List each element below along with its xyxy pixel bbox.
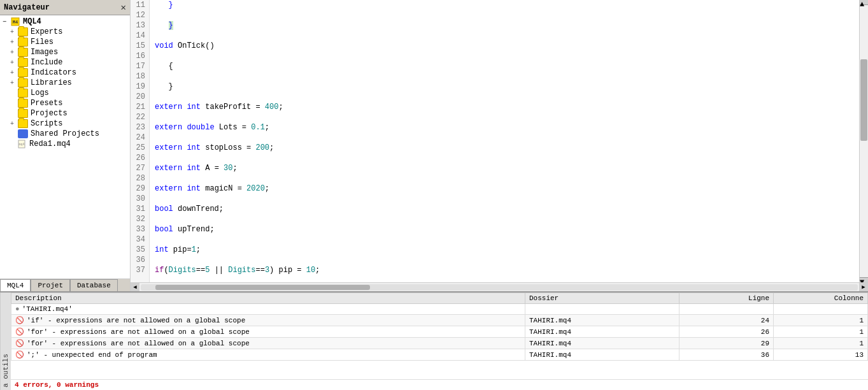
expander-mql4[interactable]: − xyxy=(3,18,10,25)
code-line-21: bool downTrend; xyxy=(155,204,567,214)
folder-icon-logs xyxy=(18,89,28,98)
tree-item-scripts[interactable]: + Scripts xyxy=(0,119,130,129)
expander-libraries[interactable]: + xyxy=(10,80,18,87)
editor-content[interactable]: 11 12 13 14 15 16 17 18 19 20 21 22 23 2… xyxy=(131,0,859,282)
h-scroll-thumb[interactable] xyxy=(155,285,371,290)
code-line-14: { xyxy=(155,61,567,71)
expander-scripts[interactable]: + xyxy=(10,120,18,127)
ln-23: 23 xyxy=(134,122,145,133)
expander-indicators[interactable]: + xyxy=(10,69,18,76)
expander-projects[interactable] xyxy=(10,110,18,117)
errors-panel: a outils Description Dossier Lig xyxy=(0,291,868,390)
code-line-17: extern double Lots = 0.1; xyxy=(155,122,567,133)
scroll-down-button[interactable]: ▼ xyxy=(860,277,868,282)
folder-icon-projects xyxy=(18,109,28,118)
col-ligne[interactable]: Ligne xyxy=(679,293,774,304)
code-container: 11 12 13 14 15 16 17 18 19 20 21 22 23 2… xyxy=(131,0,859,282)
folder-icon-experts xyxy=(18,27,28,36)
error-row-0[interactable]: ●'TAHIRI.mq4' xyxy=(11,304,868,315)
scroll-right-button[interactable]: ▶ xyxy=(859,283,868,292)
code-line-24: if(Digits==5 || Digits==3) pip = 10; xyxy=(155,265,567,275)
ln-35: 35 xyxy=(134,245,145,255)
ln-26: 26 xyxy=(134,153,145,163)
mql4-icon: M4 xyxy=(10,17,20,26)
scroll-thumb[interactable] xyxy=(860,59,867,141)
ln-25: 25 xyxy=(134,143,145,153)
ln-22: 22 xyxy=(134,112,145,122)
line-numbers: 11 12 13 14 15 16 17 18 19 20 21 22 23 2… xyxy=(131,0,150,282)
code-line-16: extern int takeProfit = 400; xyxy=(155,102,567,112)
ln-27: 27 xyxy=(134,163,145,173)
expander-shared[interactable] xyxy=(10,131,18,138)
errors-table: Description Dossier Ligne Colonne xyxy=(11,292,868,379)
expander-include[interactable]: + xyxy=(10,59,18,66)
ln-32: 32 xyxy=(134,214,145,224)
horizontal-scrollbar[interactable]: ◀ ▶ xyxy=(131,282,868,291)
ln-21: 21 xyxy=(134,102,145,112)
expander-files[interactable]: + xyxy=(10,39,18,46)
navigator-tabs: MQL4 Projet Database xyxy=(0,278,130,291)
code-line-23: int pip=1; xyxy=(155,245,567,255)
ln-37: 37 xyxy=(134,265,145,275)
tab-database[interactable]: Database xyxy=(70,279,118,291)
tree-item-files[interactable]: + Files xyxy=(0,37,130,47)
ln-16: 16 xyxy=(134,51,145,61)
expander-presets[interactable] xyxy=(10,100,18,107)
col-description[interactable]: Description xyxy=(11,293,525,304)
expander-images[interactable]: + xyxy=(10,49,18,56)
tree-item-shared[interactable]: Shared Projects xyxy=(0,129,130,139)
tree-item-presets[interactable]: Presets xyxy=(0,98,130,108)
navigator-close-button[interactable]: ✕ xyxy=(121,2,126,13)
error-row-1[interactable]: 🚫'if' - expressions are not allowed on a… xyxy=(11,315,868,326)
folder-icon-presets xyxy=(18,99,28,108)
bottom-content: Description Dossier Ligne Colonne xyxy=(11,292,868,390)
tree-item-indicators[interactable]: + Indicators xyxy=(0,68,130,78)
navigator-panel: Navigateur ✕ − M4 MQL4 + Experts + xyxy=(0,0,131,291)
code-line-15: } xyxy=(155,82,567,92)
ln-15: 15 xyxy=(134,41,145,51)
error-icon-4: 🚫 xyxy=(15,351,24,359)
tree-item-logs[interactable]: Logs xyxy=(0,88,130,98)
folder-icon-libraries xyxy=(18,78,28,87)
col-dossier[interactable]: Dossier xyxy=(525,293,679,304)
error-row-3[interactable]: 🚫'for' - expressions are not allowed on … xyxy=(11,338,868,349)
folder-icon-indicators xyxy=(18,68,28,77)
ln-18: 18 xyxy=(134,71,145,82)
scroll-left-button[interactable]: ◀ xyxy=(131,283,139,292)
tree-item-experts[interactable]: + Experts xyxy=(0,27,130,37)
code-text[interactable]: } } void OnTick() { } extern int takePro… xyxy=(150,0,573,282)
shared-projects-icon xyxy=(18,129,28,138)
tree-label-presets: Presets xyxy=(31,99,62,108)
tree-label-reda: Reda1.mq4 xyxy=(29,140,71,148)
error-status-bar: 4 errors, 0 warnings xyxy=(11,379,868,390)
ln-13: 13 xyxy=(134,20,145,31)
tree-item-images[interactable]: + Images xyxy=(0,47,130,57)
error-row-4[interactable]: 🚫';' - unexpected end of program TAHIRI.… xyxy=(11,349,868,361)
ln-20: 20 xyxy=(134,92,145,102)
tree-label-mql4: MQL4 xyxy=(23,17,41,26)
editor-scrollbar[interactable]: ▲ ▼ xyxy=(859,0,868,282)
expander-reda[interactable] xyxy=(10,141,18,148)
tree-label-libraries: Libraries xyxy=(31,78,72,87)
tree-item-include[interactable]: + Include xyxy=(0,57,130,68)
error-icon-1: 🚫 xyxy=(15,317,24,324)
ln-34: 34 xyxy=(134,235,145,245)
tree-item-reda[interactable]: mq4 Reda1.mq4 xyxy=(0,139,130,149)
folder-icon-scripts xyxy=(18,119,28,128)
scroll-up-button[interactable]: ▲ xyxy=(860,0,868,5)
tree-item-libraries[interactable]: + Libraries xyxy=(0,78,130,88)
tree-label-files: Files xyxy=(31,38,53,47)
tree-item-mql4[interactable]: − M4 MQL4 xyxy=(0,17,130,27)
info-icon-0: ● xyxy=(15,305,20,313)
tab-projet[interactable]: Projet xyxy=(31,279,70,291)
tree-item-projects[interactable]: Projects xyxy=(0,108,130,119)
editor-wrapper: 11 12 13 14 15 16 17 18 19 20 21 22 23 2… xyxy=(131,0,868,282)
expander-logs[interactable] xyxy=(10,90,18,97)
expander-experts[interactable]: + xyxy=(10,29,18,36)
code-line-13: void OnTick() xyxy=(155,41,567,51)
tab-mql4[interactable]: MQL4 xyxy=(0,279,31,291)
col-colonne[interactable]: Colonne xyxy=(774,293,868,304)
error-row-2[interactable]: 🚫'for' - expressions are not allowed on … xyxy=(11,326,868,338)
code-line-12: } xyxy=(155,20,567,31)
ln-19: 19 xyxy=(134,82,145,92)
